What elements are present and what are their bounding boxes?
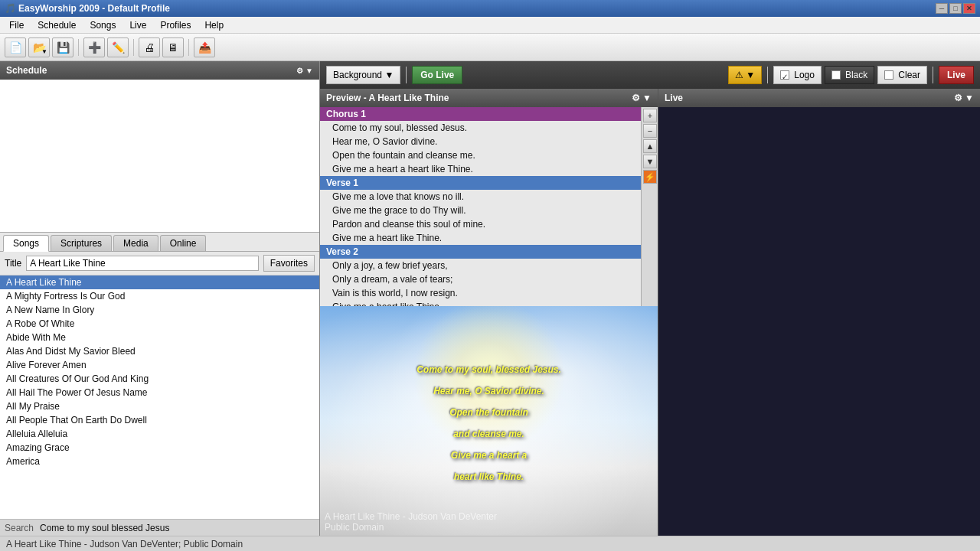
toolbar-separator-1: [78, 39, 79, 56]
menu-profiles[interactable]: Profiles: [154, 18, 197, 32]
verse-header-verse1[interactable]: Verse 1: [320, 176, 641, 190]
verse-line: Give me a heart a heart like Thine.: [320, 162, 641, 176]
list-item[interactable]: All My Praise: [0, 399, 319, 413]
preview-panel: Preview - A Heart Like Thine ⚙ ▼ Chorus …: [320, 89, 658, 536]
preview-settings-icon[interactable]: ⚙ ▼: [632, 93, 652, 103]
close-button[interactable]: ✕: [963, 3, 975, 14]
preview-lyric-line4: and cleanse me.: [453, 429, 524, 439]
verse-line: Give me a heart like Thine.: [320, 231, 641, 245]
verse-line: Give me a love that knows no ill.: [320, 190, 641, 204]
toolbar-sep-live-3: [933, 67, 933, 83]
schedule-content: [0, 80, 319, 233]
clear-label: Clear: [898, 70, 920, 80]
menu-schedule[interactable]: Schedule: [31, 18, 82, 32]
add-verse-button[interactable]: +: [643, 109, 657, 122]
menu-live[interactable]: Live: [123, 18, 152, 32]
schedule-title: Schedule: [6, 65, 47, 76]
app-title: EasyWorship 2009 - Default Profile: [18, 3, 170, 14]
preview-lyric-line5: Give me a heart a: [451, 450, 527, 461]
verse-line: Come to my soul, blessed Jesus.: [320, 121, 641, 135]
export-button[interactable]: 📤: [194, 37, 215, 57]
list-item[interactable]: Amazing Grace: [0, 441, 319, 455]
status-text: A Heart Like Thine - Judson Van DeVenter…: [6, 539, 243, 549]
background-button[interactable]: Background ▼: [326, 66, 400, 84]
tab-scriptures[interactable]: Scriptures: [51, 235, 112, 251]
move-down-button[interactable]: ▼: [643, 155, 657, 168]
minimize-button[interactable]: ─: [936, 3, 948, 14]
preview-thumbnail[interactable]: Come to my soul, blessed Jesus. Hear me,…: [320, 306, 658, 536]
list-item[interactable]: A Heart Like Thine: [0, 276, 319, 289]
alert-icon: ⚠: [735, 70, 743, 80]
verse-header-verse2[interactable]: Verse 2: [320, 245, 641, 259]
search-input[interactable]: [26, 256, 258, 271]
list-item[interactable]: Alas And Didst My Savior Bleed: [0, 344, 319, 358]
panels-area: Preview - A Heart Like Thine ⚙ ▼ Chorus …: [320, 89, 980, 536]
list-item[interactable]: Abide With Me: [0, 331, 319, 344]
verse-line: Open the fountain and cleanse me.: [320, 148, 641, 162]
menu-file[interactable]: File: [3, 18, 30, 32]
remove-verse-button[interactable]: −: [643, 124, 657, 138]
black-checkbox: [831, 70, 841, 80]
add-schedule-button[interactable]: ➕: [83, 37, 105, 57]
verse-line: Vain is this world, I now resign.: [320, 286, 641, 300]
schedule-settings-icon[interactable]: ⚙ ▼: [296, 67, 313, 75]
preview-live-toolbar: Background ▼ Go Live ⚠ ▼ ✓ Logo Black Cl…: [320, 61, 980, 89]
monitor-button[interactable]: 🖥: [162, 37, 184, 57]
black-button[interactable]: Black: [825, 66, 874, 84]
save-button[interactable]: 💾: [52, 37, 74, 57]
preview-lyrics: Come to my soul, blessed Jesus. Hear me,…: [337, 357, 641, 485]
live-panel: Live ⚙ ▼: [658, 89, 980, 536]
live-title: Live: [665, 93, 683, 103]
bottom-search-label: Search: [5, 523, 34, 533]
bottom-search-text: Come to my soul blessed Jesus: [40, 523, 169, 533]
alert-button[interactable]: ⚠ ▼: [728, 66, 762, 84]
tab-media[interactable]: Media: [113, 235, 158, 251]
center-right-area: Background ▼ Go Live ⚠ ▼ ✓ Logo Black Cl…: [320, 61, 980, 536]
tabs-bar: Songs Scriptures Media Online: [0, 233, 319, 252]
toolbar-separator-3: [188, 39, 189, 56]
action-button[interactable]: ⚡: [643, 170, 657, 184]
verse-list: Chorus 1Come to my soul, blessed Jesus.H…: [320, 107, 641, 306]
verse-header-chorus1[interactable]: Chorus 1: [320, 107, 641, 121]
alert-arrow: ▼: [746, 70, 755, 80]
list-item[interactable]: All Creatures Of Our God And King: [0, 372, 319, 386]
move-up-button[interactable]: ▲: [643, 139, 657, 153]
window-controls: ─ □ ✕: [936, 3, 975, 14]
main-toolbar: 📄 📂▼ 💾 ➕ ✏️ 🖨 🖥 📤: [0, 34, 980, 61]
live-header: Live ⚙ ▼: [658, 89, 980, 107]
toolbar-separator-2: [133, 39, 134, 56]
new-button[interactable]: 📄: [5, 37, 26, 57]
print-button[interactable]: 🖨: [139, 37, 160, 57]
list-item[interactable]: America: [0, 455, 319, 468]
list-item[interactable]: All Hail The Power Of Jesus Name: [0, 386, 319, 399]
preview-footer-line1: A Heart Like Thine - Judson Van DeVenter: [325, 511, 497, 522]
preview-lyric-line1: Come to my soul, blessed Jesus.: [416, 364, 561, 375]
list-item[interactable]: All People That On Earth Do Dwell: [0, 413, 319, 427]
live-display: [658, 107, 980, 536]
schedule-header: Schedule ⚙ ▼: [0, 61, 319, 80]
menu-help[interactable]: Help: [198, 18, 230, 32]
edit-button[interactable]: ✏️: [107, 37, 129, 57]
logo-button[interactable]: ✓ Logo: [773, 66, 822, 84]
verse-line: Only a joy, a few brief years,: [320, 259, 641, 272]
list-item[interactable]: Alleluia Alleluia: [0, 427, 319, 441]
live-settings-icon[interactable]: ⚙ ▼: [954, 93, 974, 103]
live-button[interactable]: Live: [939, 66, 974, 84]
logo-label: Logo: [794, 70, 815, 80]
list-item[interactable]: A Mighty Fortress Is Our God: [0, 289, 319, 303]
title-bar: 🎵 EasyWorship 2009 - Default Profile ─ □…: [0, 0, 980, 17]
maximize-button[interactable]: □: [949, 3, 962, 14]
tab-songs[interactable]: Songs: [3, 235, 49, 252]
list-item[interactable]: A New Name In Glory: [0, 303, 319, 317]
favorites-button[interactable]: Favorites: [263, 255, 315, 272]
list-item[interactable]: A Robe Of White: [0, 317, 319, 331]
search-area: Title Favorites: [0, 252, 319, 276]
toolbar-sep-live-1: [406, 67, 407, 83]
menu-songs[interactable]: Songs: [83, 18, 122, 32]
open-button[interactable]: 📂▼: [28, 37, 50, 57]
clear-button[interactable]: Clear: [877, 66, 927, 84]
tab-online[interactable]: Online: [160, 235, 207, 251]
background-arrow: ▼: [384, 70, 394, 80]
list-item[interactable]: Alive Forever Amen: [0, 358, 319, 372]
go-live-button[interactable]: Go Live: [412, 66, 462, 84]
